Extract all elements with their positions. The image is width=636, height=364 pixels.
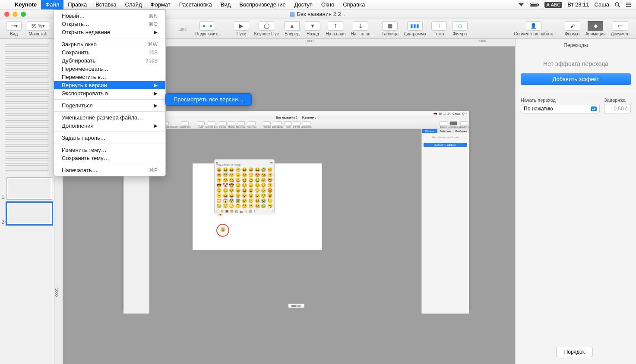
menu-change-theme[interactable]: Изменить тему…: [54, 146, 165, 154]
zoom-dropdown[interactable]: 39 %▾Масштаб: [24, 21, 52, 36]
menu-save[interactable]: Сохранить⌘S: [54, 48, 165, 56]
menu-share-submenu[interactable]: Поделиться▶: [54, 101, 165, 110]
menu-move-to[interactable]: Переместить в…: [54, 73, 165, 81]
menu-slide[interactable]: Слайд: [121, 0, 146, 9]
inspector-panel: Переходы Нет эффекта перехода Добавить э…: [515, 39, 636, 364]
slide-thumb-2[interactable]: 2: [2, 202, 52, 225]
document-inspector-button[interactable]: ▭Документ: [608, 21, 633, 36]
forward-button[interactable]: ▲Вперед: [282, 21, 302, 36]
file-menu-dropdown: Новый…⌘N Открыть…⌘O Открыть недавние▶ За…: [54, 9, 166, 176]
menu-insert[interactable]: Вставка: [91, 0, 120, 9]
collapsed-thumbs: [0, 39, 54, 175]
collaborate-button[interactable]: 👤Совместная работа: [511, 21, 556, 36]
guides-button[interactable]: щие: [173, 26, 193, 31]
format-inspector-button[interactable]: 🖌Формат: [562, 21, 583, 36]
menu-browse-all-versions[interactable]: Просмотреть все версии…: [166, 95, 251, 104]
chevron-down-icon: ⌄: [343, 12, 346, 16]
document-title[interactable]: ▦ Без названия 2 2 ⌄: [290, 11, 346, 17]
menu-play[interactable]: Воспроизведение: [235, 0, 290, 9]
menu-addons[interactable]: Дополнения▶: [54, 122, 165, 130]
menu-extras-icon[interactable]: [626, 2, 632, 7]
menu-rename[interactable]: Переименовать…: [54, 65, 165, 73]
menu-share[interactable]: Доступ: [290, 0, 317, 9]
wifi-icon[interactable]: [518, 2, 525, 7]
shape-button[interactable]: ⬠Фигура: [449, 21, 470, 36]
svg-rect-1: [538, 4, 539, 6]
menu-export-to[interactable]: Экспортировать в▶: [54, 89, 165, 97]
document-icon: ▦: [290, 11, 295, 17]
zoom-window[interactable]: [21, 12, 26, 17]
slide-navigator[interactable]: 1 2: [0, 39, 54, 364]
system-menubar: Keynote Файл Правка Вставка Слайд Формат…: [0, 0, 636, 9]
animate-inspector-button[interactable]: ◆Анимация: [583, 21, 608, 36]
menu-print[interactable]: Напечатать…⌘P: [54, 166, 165, 174]
add-effect-button[interactable]: Добавить эффект: [521, 73, 631, 85]
slide-thumb-1[interactable]: 1: [2, 177, 52, 200]
revert-submenu: Просмотреть все версии…: [165, 93, 252, 106]
minimize-window[interactable]: [13, 12, 18, 17]
svg-rect-2: [531, 4, 537, 6]
start-transition-select[interactable]: По нажатию ▴▾: [521, 104, 600, 113]
close-window[interactable]: [4, 12, 9, 17]
connect-button[interactable]: ●─●Подключить: [193, 21, 222, 36]
text-button[interactable]: TТекст: [429, 21, 449, 36]
backward-button[interactable]: ▼Назад: [302, 21, 323, 36]
menu-open[interactable]: Открыть…⌘O: [54, 20, 165, 28]
keynote-live-button[interactable]: ◯Keynote Live: [252, 21, 282, 36]
menu-new[interactable]: Новый…⌘N: [54, 12, 165, 20]
user-menu[interactable]: Саша: [595, 1, 609, 8]
menu-save-theme[interactable]: Сохранить тему…: [54, 154, 165, 162]
clock[interactable]: Вт 23:11: [567, 1, 589, 8]
spotlight-icon[interactable]: [614, 2, 620, 8]
start-transition-label: Начать переход: [521, 97, 600, 103]
view-button[interactable]: ▭▾Вид: [3, 21, 24, 36]
input-source[interactable]: ААБС: [544, 2, 562, 8]
menu-file[interactable]: Файл: [41, 0, 63, 9]
no-transition-label: Нет эффекта перехода: [516, 52, 636, 72]
menu-open-recent[interactable]: Открыть недавние▶: [54, 28, 165, 36]
play-button[interactable]: ▶Пуск: [231, 21, 252, 36]
menu-set-password[interactable]: Задать пароль…: [54, 134, 165, 142]
menu-view[interactable]: Вид: [216, 0, 235, 9]
menu-reduce-file-size[interactable]: Уменьшение размера файла…: [54, 113, 165, 122]
menu-help[interactable]: Справка: [339, 0, 369, 9]
menu-duplicate[interactable]: Дублировать⇧⌘S: [54, 56, 165, 65]
battery-icon[interactable]: [530, 2, 539, 7]
delay-field[interactable]: 0,50 с: [604, 104, 631, 113]
svg-line-4: [618, 6, 620, 7]
slide-content[interactable]: 🇷🇺Вт 17:34СашаQ ≡ Без названия 2 — Измен…: [123, 111, 469, 310]
embedded-screenshot: 🇷🇺Вт 17:34СашаQ ≡ Без названия 2 — Измен…: [123, 111, 469, 310]
menu-edit[interactable]: Правка: [63, 0, 91, 9]
svg-point-3: [615, 3, 619, 6]
to-back-button[interactable]: ⤓На з.план: [348, 21, 373, 36]
menu-revert-to[interactable]: Вернуть к версии▶: [54, 81, 165, 89]
app-menu[interactable]: Keynote: [10, 1, 41, 8]
menu-format[interactable]: Формат: [146, 0, 175, 9]
table-button[interactable]: ▦Таблица: [379, 21, 401, 36]
menu-window[interactable]: Окно: [317, 0, 339, 9]
select-arrows-icon: ▴▾: [591, 107, 597, 111]
inspector-title: Переходы: [516, 39, 636, 52]
menu-close-window[interactable]: Закрыть окно⌘W: [54, 40, 165, 48]
build-order-button[interactable]: Порядок: [556, 347, 593, 357]
to-front-button[interactable]: ⤒На п.план: [323, 21, 348, 36]
delay-label: Задержка: [604, 97, 631, 103]
menu-arrange[interactable]: Расстановка: [175, 0, 216, 9]
chart-button[interactable]: ▮▮▮Диаграмма: [401, 21, 429, 36]
